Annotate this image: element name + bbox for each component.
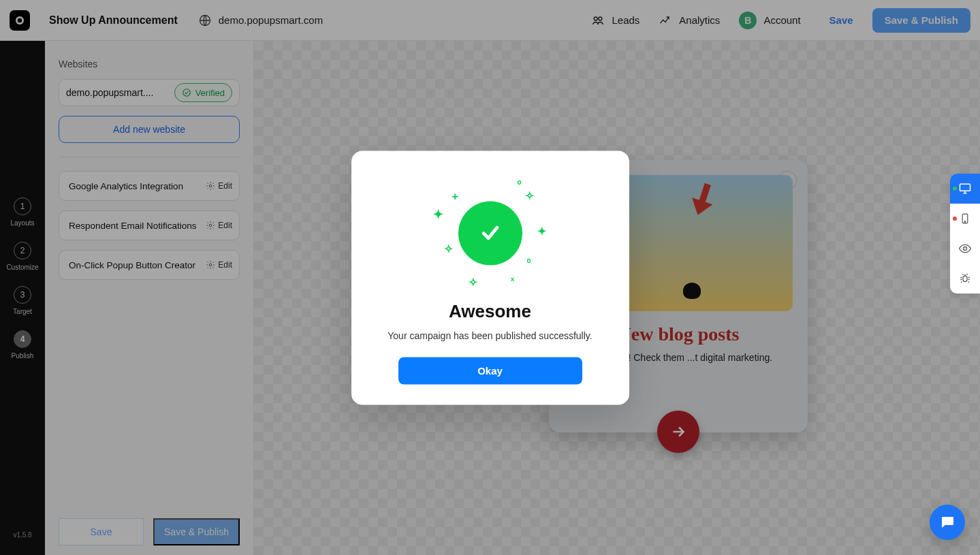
svg-rect-13 bbox=[963, 276, 967, 281]
eye-icon bbox=[958, 242, 972, 255]
desktop-preview-button[interactable] bbox=[950, 174, 980, 204]
status-dot-inactive bbox=[953, 217, 957, 221]
svg-point-12 bbox=[964, 247, 967, 251]
desktop-icon bbox=[958, 182, 972, 195]
modal-body: Your campaign has been published success… bbox=[375, 330, 606, 340]
svg-point-11 bbox=[964, 221, 966, 223]
success-check-circle bbox=[458, 201, 522, 265]
check-icon bbox=[479, 221, 502, 244]
modal-okay-button[interactable]: Okay bbox=[398, 357, 582, 384]
status-dot-active bbox=[953, 187, 957, 191]
publish-success-modal: ✦ ✧ + ✦ ✧ o ✧ × o Awesome Your campaign … bbox=[351, 150, 629, 405]
chat-icon bbox=[939, 514, 955, 530]
debug-button[interactable] bbox=[950, 264, 980, 294]
mobile-preview-button[interactable] bbox=[950, 204, 980, 234]
bug-icon bbox=[959, 272, 971, 285]
modal-title: Awesome bbox=[375, 300, 606, 321]
visibility-toggle-button[interactable] bbox=[950, 234, 980, 264]
device-preview-toolstack bbox=[950, 174, 980, 294]
mobile-icon bbox=[959, 212, 971, 225]
chat-launcher[interactable] bbox=[930, 505, 965, 540]
success-illustration: ✦ ✧ + ✦ ✧ o ✧ × o bbox=[429, 176, 552, 292]
svg-rect-9 bbox=[960, 184, 970, 191]
